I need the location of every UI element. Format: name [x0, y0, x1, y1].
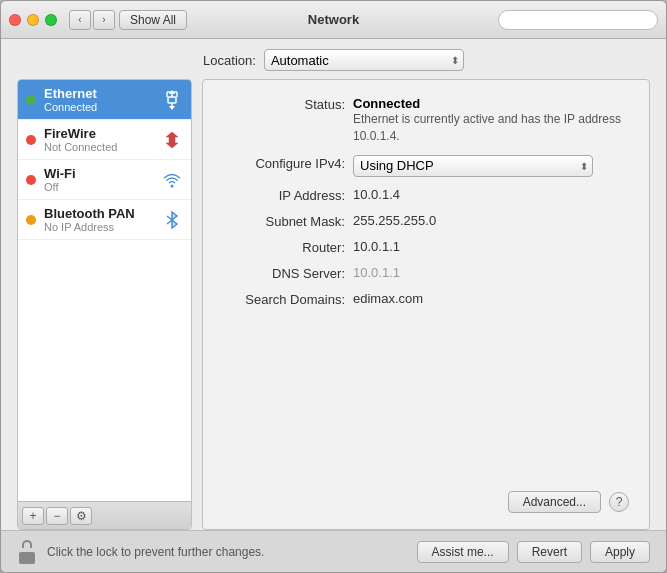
settings-button[interactable]: ⚙ [70, 507, 92, 525]
main-content: Ethernet Connected [1, 79, 666, 530]
location-select[interactable]: Automatic Edit Locations... [264, 49, 464, 71]
titlebar: ‹ › Show All Network 🔍 [1, 1, 666, 39]
status-description: Ethernet is currently active and has the… [353, 112, 621, 143]
nav-buttons: ‹ › [69, 10, 115, 30]
sidebar-item-bluetooth-pan[interactable]: Bluetooth PAN No IP Address [18, 200, 191, 240]
revert-button[interactable]: Revert [517, 541, 582, 563]
dns-value: 10.0.1.1 [353, 265, 400, 280]
detail-panel: Status: Connected Ethernet is currently … [202, 79, 650, 530]
svg-marker-6 [169, 106, 175, 110]
bottom-bar: Click the lock to prevent further change… [1, 530, 666, 572]
detail-bottom-bar: Advanced... ? [223, 491, 629, 513]
sidebar-list: Ethernet Connected [18, 80, 191, 501]
wifi-status-dot [26, 175, 36, 185]
router-label: Router: [223, 239, 353, 255]
subnet-label: Subnet Mask: [223, 213, 353, 229]
wifi-icon [161, 169, 183, 191]
wifi-status: Off [44, 181, 153, 193]
router-value: 10.0.1.1 [353, 239, 400, 254]
router-row: Router: 10.0.1.1 [223, 239, 629, 255]
assist-me-button[interactable]: Assist me... [417, 541, 509, 563]
sidebar-item-firewire[interactable]: FireWire Not Connected [18, 120, 191, 160]
lock-icon[interactable] [17, 540, 37, 564]
search-domains-row: Search Domains: edimax.com [223, 291, 629, 307]
lock-body [19, 552, 35, 564]
bluetooth-status-dot [26, 215, 36, 225]
firewire-icon [161, 129, 183, 151]
configure-select[interactable]: Using DHCP Manually Off [353, 155, 593, 177]
traffic-lights [9, 14, 57, 26]
lock-label: Click the lock to prevent further change… [47, 545, 407, 559]
forward-button[interactable]: › [93, 10, 115, 30]
search-domains-value: edimax.com [353, 291, 423, 306]
bluetooth-status: No IP Address [44, 221, 153, 233]
ip-value: 10.0.1.4 [353, 187, 400, 202]
bluetooth-name: Bluetooth PAN [44, 206, 153, 221]
window-title: Network [308, 12, 359, 27]
configure-select-wrapper: Using DHCP Manually Off ⬍ [353, 155, 593, 177]
search-wrapper: 🔍 [498, 10, 658, 30]
bluetooth-icon [161, 209, 183, 231]
close-button[interactable] [9, 14, 21, 26]
subnet-row: Subnet Mask: 255.255.255.0 [223, 213, 629, 229]
configure-row: Configure IPv4: Using DHCP Manually Off … [223, 155, 629, 177]
network-window: ‹ › Show All Network 🔍 Location: Automat… [0, 0, 667, 573]
location-bar: Location: Automatic Edit Locations... ⬍ [1, 39, 666, 79]
help-button[interactable]: ? [609, 492, 629, 512]
firewire-name: FireWire [44, 126, 153, 141]
configure-label: Configure IPv4: [223, 155, 353, 171]
ethernet-status-dot [26, 95, 36, 105]
wifi-name: Wi-Fi [44, 166, 153, 181]
location-label: Location: [203, 53, 256, 68]
subnet-value: 255.255.255.0 [353, 213, 436, 228]
advanced-button[interactable]: Advanced... [508, 491, 601, 513]
sidebar-item-ethernet[interactable]: Ethernet Connected [18, 80, 191, 120]
maximize-button[interactable] [45, 14, 57, 26]
bottom-buttons: Assist me... Revert Apply [417, 541, 650, 563]
ethernet-name: Ethernet [44, 86, 153, 101]
add-network-button[interactable]: + [22, 507, 44, 525]
svg-point-8 [171, 184, 174, 187]
firewire-status: Not Connected [44, 141, 153, 153]
search-input[interactable] [498, 10, 658, 30]
status-value: Connected [353, 96, 420, 111]
status-label: Status: [223, 96, 353, 112]
dns-row: DNS Server: 10.0.1.1 [223, 265, 629, 281]
lock-shackle [22, 540, 32, 548]
ethernet-icon [161, 89, 183, 111]
ethernet-status: Connected [44, 101, 153, 113]
back-button[interactable]: ‹ [69, 10, 91, 30]
sidebar: Ethernet Connected [17, 79, 192, 530]
svg-rect-0 [168, 97, 176, 103]
location-select-wrapper: Automatic Edit Locations... ⬍ [264, 49, 464, 71]
remove-network-button[interactable]: − [46, 507, 68, 525]
sidebar-toolbar: + − ⚙ [18, 501, 191, 529]
ip-label: IP Address: [223, 187, 353, 203]
search-domains-label: Search Domains: [223, 291, 353, 307]
ip-row: IP Address: 10.0.1.4 [223, 187, 629, 203]
detail-spacer [223, 317, 629, 483]
firewire-status-dot [26, 135, 36, 145]
status-row: Status: Connected Ethernet is currently … [223, 96, 629, 145]
sidebar-item-wifi[interactable]: Wi-Fi Off [18, 160, 191, 200]
dns-label: DNS Server: [223, 265, 353, 281]
show-all-button[interactable]: Show All [119, 10, 187, 30]
minimize-button[interactable] [27, 14, 39, 26]
apply-button[interactable]: Apply [590, 541, 650, 563]
